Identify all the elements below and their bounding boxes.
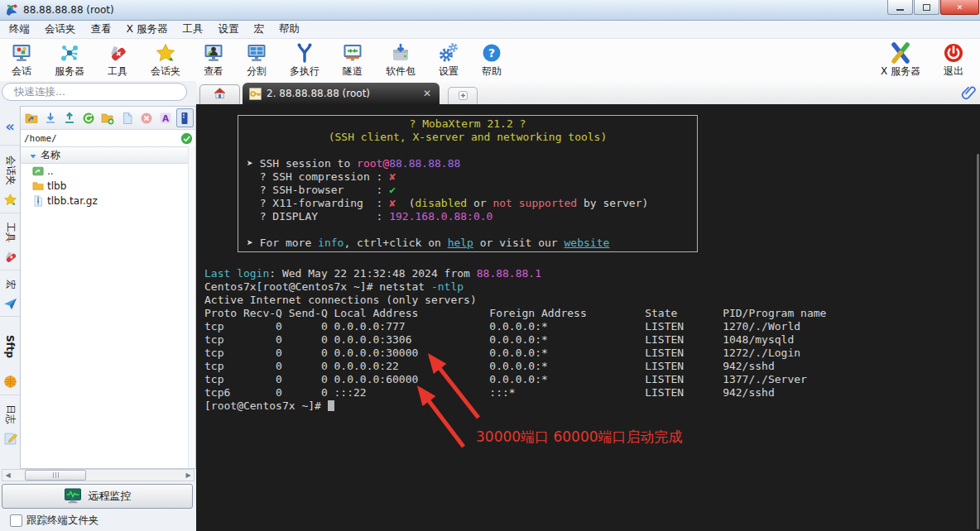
help-link[interactable]: help: [448, 237, 473, 249]
sidebar-tab-label-log: 日志: [3, 404, 17, 424]
sidebar-tab-tools[interactable]: 工具: [0, 213, 20, 270]
path-input[interactable]: /home/: [21, 133, 180, 144]
session-icon: [11, 42, 32, 64]
menu-item-x-server[interactable]: X 服务器: [119, 21, 175, 38]
macro-icon: [3, 296, 17, 310]
file-toolbar-download-button[interactable]: [41, 108, 59, 127]
file-name: ..: [47, 165, 54, 177]
toolbar-button-servers[interactable]: 服务器: [43, 39, 96, 82]
sidebar-tab-macros[interactable]: 宏: [0, 270, 20, 316]
tab-close-icon[interactable]: ✕: [421, 88, 433, 99]
toolbar-button-x-server[interactable]: X 服务器: [874, 39, 927, 82]
toolbar-button-multiexec[interactable]: 多执行: [278, 39, 331, 82]
toolbar-button-view[interactable]: 查看: [192, 39, 235, 82]
servers-icon: [59, 42, 80, 64]
sidebar-tab-sessions[interactable]: 会话夹: [0, 145, 20, 213]
terminal-scrollbar[interactable]: [977, 154, 979, 529]
multiexec-icon: [294, 42, 315, 64]
toolbar-button-packages[interactable]: 软件包: [374, 39, 427, 82]
toolbar-button-split[interactable]: 分割: [235, 39, 278, 82]
terminal-area: 2. 88.88.88.88 (root) ✕ ? MobaXterm 21.2…: [196, 81, 980, 531]
tunnel-icon: [342, 42, 363, 64]
menu-item-terminal[interactable]: 终端: [2, 21, 37, 38]
split-icon: [246, 42, 267, 64]
output-segment: tcp6 0 0 :::22 :::* LISTEN 942/sshd: [204, 386, 775, 399]
banner-line: ? X11-forwarding : ✘ (disabled or not su…: [247, 197, 689, 210]
scrollbar-thumb[interactable]: [25, 470, 86, 481]
follow-terminal-checkbox[interactable]: [10, 514, 22, 527]
file-toolbar-sync-panel-button[interactable]: [176, 108, 194, 127]
file-toolbar-go-up-button[interactable]: [22, 108, 40, 127]
toolbar-label-packages: 软件包: [386, 65, 416, 79]
output-segment: tcp 0 0 0.0.0.0:3306 0.0.0.0:* LISTEN 10…: [204, 333, 794, 346]
column-header-name: 名称: [41, 148, 60, 162]
help-icon: ?: [481, 42, 502, 64]
new-tab-button[interactable]: [448, 87, 478, 104]
toolbar-button-tunnel[interactable]: 隧道: [331, 39, 374, 82]
scroll-left-arrow-icon[interactable]: ◀: [2, 471, 13, 479]
session-tab[interactable]: 2. 88.88.88.88 (root) ✕: [243, 83, 440, 104]
terminal-screen[interactable]: ? MobaXterm 21.2 ?(SSH client, X-server …: [196, 104, 980, 531]
sidebar-tab-sftp[interactable]: Sftp: [0, 316, 20, 395]
toolbar-button-exit[interactable]: 退出: [927, 39, 980, 82]
file-list-header[interactable]: 名称: [21, 147, 195, 164]
sidebar-horizontal-scrollbar[interactable]: ◀ ▶: [2, 469, 195, 481]
paperclip-icon[interactable]: [961, 85, 976, 100]
path-bar: /home/: [21, 130, 195, 147]
banner-segment: ✘: [389, 170, 396, 183]
remote-monitoring-button[interactable]: 远程监控: [2, 484, 193, 509]
view-icon: [203, 42, 224, 64]
file-browser-panel: A /home/ 名称 ..tlbbtlbb.tar.gz: [20, 106, 196, 469]
file-row[interactable]: tlbb.tar.gz: [21, 194, 195, 208]
maximize-button[interactable]: [914, 0, 939, 15]
file-list-scrollbar[interactable]: [188, 146, 195, 468]
menu-item-view[interactable]: 查看: [84, 21, 119, 38]
banner-line: [247, 144, 689, 157]
toolbar-button-tools[interactable]: 工具: [96, 39, 139, 82]
check-circle-icon[interactable]: [180, 132, 193, 145]
output-segment: tcp 0 0 0.0.0.0:777 0.0.0.0:* LISTEN 127…: [204, 320, 800, 332]
home-tab[interactable]: [199, 84, 240, 104]
banner-line: ? SSH-browser : ✔: [247, 184, 689, 197]
terminal-output: Last login: Wed May 22 21:32:48 2024 fro…: [204, 267, 980, 413]
file-toolbar-new-file-button[interactable]: [118, 108, 136, 127]
quick-connect-input[interactable]: 快速连接...: [2, 83, 187, 101]
banner-segment: root@: [357, 157, 389, 170]
file-toolbar-refresh-button[interactable]: [80, 108, 98, 127]
toolbar-button-session[interactable]: 会话: [0, 39, 43, 82]
output-segment: Proto Recv-Q Send-Q Local Address Foreig…: [204, 307, 826, 319]
menu-item-help[interactable]: 帮助: [271, 21, 307, 38]
banner-segment: by server): [577, 197, 648, 209]
folder-icon: [32, 180, 44, 192]
banner-segment: ➤ SSH session to: [247, 157, 357, 170]
toolbar-button-sessions-folder[interactable]: 会话夹: [139, 39, 192, 82]
menu-item-settings[interactable]: 设置: [211, 21, 247, 38]
menu-item-tools[interactable]: 工具: [175, 21, 211, 38]
collapse-sidebar-button[interactable]: «: [0, 106, 20, 145]
menu-bar: 终端会话夹查看X 服务器工具设置宏帮助: [0, 21, 980, 39]
close-button[interactable]: ✕: [940, 0, 979, 15]
sftp-icon: [3, 375, 17, 389]
scroll-right-arrow-icon[interactable]: ▶: [183, 471, 194, 479]
key-icon: [249, 88, 262, 100]
file-toolbar-delete-button[interactable]: [137, 108, 155, 127]
output-segment: Active Internet connections (only server…: [204, 294, 477, 306]
toolbar-button-settings[interactable]: 设置: [427, 39, 470, 82]
sidebar-tab-log[interactable]: 日志: [0, 395, 20, 452]
file-row[interactable]: ..: [21, 164, 195, 179]
knife-icon: [3, 250, 17, 264]
banner-line: ? MobaXterm 21.2 ?: [247, 117, 689, 131]
banner-segment: (SSH client, X-server and networking too…: [329, 131, 608, 143]
sidebar-tab-label-tools: 工具: [3, 222, 17, 242]
output-segment: Last login: [204, 267, 269, 280]
file-row[interactable]: tlbb: [21, 179, 195, 194]
toolbar-button-help[interactable]: ?帮助: [470, 39, 513, 82]
website-link[interactable]: website: [564, 237, 610, 249]
file-toolbar-rename-button[interactable]: A: [157, 108, 175, 127]
minimize-button[interactable]: [887, 0, 913, 15]
file-toolbar-new-folder-button[interactable]: [99, 108, 117, 127]
menu-item-sessions[interactable]: 会话夹: [37, 21, 84, 38]
menu-item-macros[interactable]: 宏: [247, 21, 272, 38]
file-toolbar-upload-button[interactable]: [60, 108, 78, 127]
svg-text:?: ?: [488, 46, 495, 60]
